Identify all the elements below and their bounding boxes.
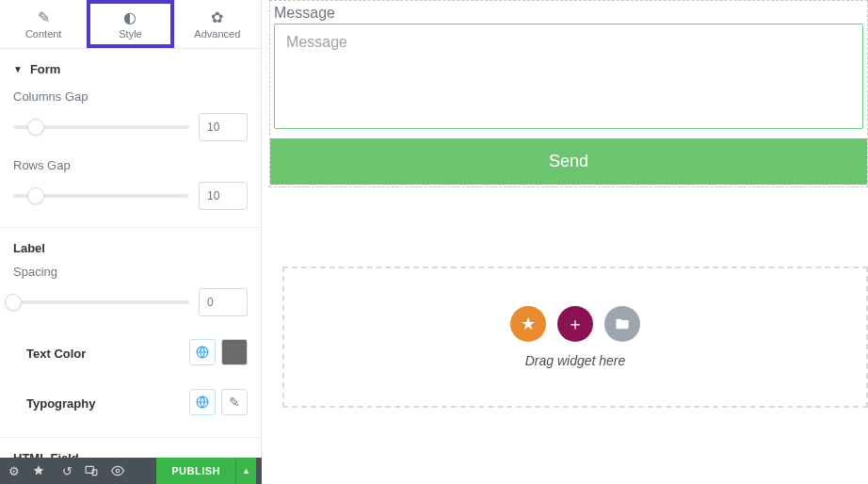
spacing-slider[interactable]: [13, 300, 189, 304]
svg-point-4: [116, 469, 120, 473]
form-widget[interactable]: Message Message Send: [269, 0, 868, 187]
tab-content[interactable]: ✎ Content: [0, 0, 87, 48]
preview-icon[interactable]: [111, 464, 128, 477]
edit-icon[interactable]: ✎: [221, 389, 248, 415]
contrast-icon: ◐: [123, 8, 137, 26]
rows-gap-slider[interactable]: [13, 194, 189, 198]
add-section-button[interactable]: ＋: [557, 306, 593, 342]
columns-gap-input[interactable]: [199, 113, 248, 141]
pencil-icon: ✎: [38, 8, 50, 26]
rows-gap-input[interactable]: [199, 182, 248, 210]
tab-style[interactable]: ◐ Style: [87, 0, 173, 48]
spacing-label: Spacing: [0, 265, 261, 288]
panel-tabs: ✎ Content ◐ Style ✿ Advanced: [0, 0, 261, 49]
settings-icon[interactable]: ⚙: [6, 464, 23, 478]
drop-section[interactable]: ★ ＋ Drag widget here: [282, 266, 868, 408]
favorite-icon[interactable]: ★: [510, 306, 546, 342]
slider-thumb[interactable]: [5, 294, 22, 311]
color-picker-button[interactable]: [221, 339, 248, 365]
rows-gap-label: Rows Gap: [0, 158, 261, 182]
tab-advanced[interactable]: ✿ Advanced: [174, 0, 261, 48]
tab-advanced-label: Advanced: [194, 28, 240, 40]
message-textarea[interactable]: Message: [274, 24, 863, 129]
text-color-label: Text Color: [13, 333, 99, 370]
spacing-input[interactable]: [199, 288, 248, 316]
caret-down-icon: ▼: [13, 64, 23, 74]
send-button[interactable]: Send: [270, 138, 867, 185]
section-label-title: Label: [0, 228, 261, 265]
columns-gap-slider[interactable]: [13, 125, 189, 129]
publish-button[interactable]: PUBLISH: [156, 458, 235, 484]
globe-icon[interactable]: [189, 389, 216, 415]
globe-icon[interactable]: [189, 339, 216, 365]
publish-options-button[interactable]: ▲: [235, 458, 256, 484]
tab-style-label: Style: [119, 28, 141, 40]
message-field-label: Message: [270, 1, 867, 24]
drop-hint-text: Drag widget here: [525, 353, 626, 368]
template-icon[interactable]: [604, 306, 640, 342]
slider-thumb[interactable]: [27, 187, 44, 204]
history-icon[interactable]: ↺: [58, 464, 75, 478]
navigator-icon[interactable]: [32, 464, 49, 477]
panel-footer: ⚙ ↺ PUBLISH ▲: [0, 458, 262, 484]
gear-icon: ✿: [211, 8, 223, 26]
typography-label: Typography: [13, 383, 108, 420]
section-form-header[interactable]: ▼ Form: [0, 49, 261, 89]
section-form-title: Form: [30, 62, 61, 76]
tab-content-label: Content: [25, 28, 62, 40]
responsive-icon[interactable]: [85, 464, 102, 477]
slider-thumb[interactable]: [27, 119, 44, 136]
columns-gap-label: Columns Gap: [0, 89, 261, 113]
